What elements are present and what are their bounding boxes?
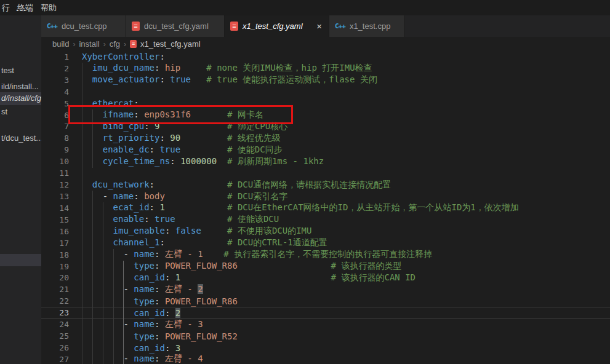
code-line-text[interactable]: - name: 左臂 - 1 # 执行器索引名字，不需要控制的执行器可直接注释掉 [82,249,432,260]
code-line[interactable]: 1XyberController: [41,51,610,63]
tab-x1-test-cfg-yaml[interactable]: ≡x1_test_cfg.yaml× [225,15,329,37]
line-number[interactable]: 27 [41,355,69,364]
code-line[interactable]: 8 rt_priority: 90 # 线程优先级 [41,132,610,144]
sidebar-item[interactable]: test [1,66,14,75]
sidebar-item[interactable]: ild/install... [1,82,39,91]
line-number[interactable]: 5 [41,99,69,108]
line-number[interactable]: 25 [41,331,69,341]
menu-bar: 行终端帮助 [0,2,60,14]
line-number[interactable]: 19 [41,262,69,271]
sidebar-item[interactable]: t/dcu_test... [1,133,41,143]
tab-dcu-test-cfg-yaml[interactable]: ≡dcu_test_cfg.yaml [126,15,225,37]
line-number[interactable]: 2 [41,64,69,73]
code-line[interactable]: 18 - name: 左臂 - 1 # 执行器索引名字，不需要控制的执行器可直接… [41,249,610,261]
breadcrumb: build›install›cfg›≡x1_test_cfg.yaml [41,37,610,51]
code-line[interactable]: 21 - name: 左臂 - 2 [41,283,610,295]
code-line[interactable]: 27 - name: 左臂 - 4 [41,354,610,364]
line-number[interactable]: 15 [41,215,69,224]
code-line-text[interactable]: enable_dc: true # 使能DC同步 [82,144,283,156]
code-line-text[interactable]: can_id: 2 [82,308,180,318]
line-number[interactable]: 6 [41,111,69,120]
code-line-text[interactable]: move_actuator: true # true 使能执行器运动测试，fla… [82,74,377,85]
code-line[interactable]: 25 type: POWER_FLOW_R52 [41,330,610,342]
code-line[interactable]: 12 dcu_network: # DCU通信网络，请根据实机连接情况配置 [41,179,610,191]
code-line[interactable]: 23 can_id: 2 [41,307,610,318]
sidebar-item[interactable]: st [1,107,7,116]
code-line-text[interactable]: can_id: 3 [82,343,180,353]
breadcrumb-item[interactable]: build [52,39,69,49]
tab-label: dcu_test_cfg.yaml [144,22,209,31]
line-number[interactable]: 1 [41,52,69,61]
breadcrumb-item[interactable]: install [79,39,99,49]
side-bar: testild/install...d/install/cfgstt/dcu_t… [0,15,41,364]
code-line-text[interactable]: enable: true # 使能该DCU [82,214,279,225]
title-bar: 行终端帮助 [0,0,610,15]
code-line-text[interactable]: type: POWER_FLOW_R86 # 该执行器的类型 [82,261,401,272]
code-line-text[interactable]: can_id: 1 # 该执行器的CAN ID [82,272,415,283]
code-line-text[interactable]: - name: 左臂 - 2 [82,284,203,295]
line-number[interactable]: 21 [41,285,69,294]
code-line[interactable]: 4 [41,86,610,98]
indent-guide [123,261,124,364]
line-number[interactable]: 23 [41,308,69,317]
yaml-file-icon: ≡ [230,22,238,31]
code-line-text[interactable]: - name: 左臂 - 4 [82,354,203,364]
code-line[interactable]: 2 imu_dcu_name: hip # none 关闭IMU检查，hip 打… [41,63,610,74]
line-number[interactable]: 7 [41,122,69,131]
breadcrumb-item-file[interactable]: x1_test_cfg.yaml [140,39,201,49]
code-line-text[interactable]: - name: body # DCU索引名字 [82,191,287,202]
code-line[interactable]: 24 - name: 左臂 - 3 [41,318,610,330]
line-number[interactable]: 22 [41,296,69,306]
line-number[interactable]: 4 [41,87,69,97]
tab-dcu-test-cpp[interactable]: C++dcu_test.cpp [41,15,126,37]
code-line[interactable]: 15 enable: true # 使能该DCU [41,214,610,226]
code-line-text[interactable]: type: POWER_FLOW_R86 [82,296,238,306]
code-line-text[interactable]: cycle_time_ns: 1000000 # 刷新周期1ms - 1khz [82,156,324,167]
code-line[interactable]: 13 - name: body # DCU索引名字 [41,191,610,202]
line-number[interactable]: 14 [41,204,69,213]
code-line-text[interactable]: type: POWER_FLOW_R52 [82,331,238,341]
code-line[interactable]: 19 type: POWER_FLOW_R86 # 该执行器的类型 [41,261,610,272]
editor-pane[interactable]: 1XyberController:2 imu_dcu_name: hip # n… [41,51,610,364]
code-line-text[interactable]: - name: 左臂 - 3 [82,319,203,330]
line-number[interactable]: 8 [41,133,69,143]
sidebar-selection-bar[interactable] [0,254,41,266]
line-number[interactable]: 12 [41,180,69,189]
line-number[interactable]: 18 [41,250,69,259]
breadcrumb-separator-icon: › [73,40,75,49]
line-number[interactable]: 3 [41,76,69,85]
code-line-text[interactable]: imu_enable: false # 不使用该DCU的IMU [82,226,311,237]
code-line[interactable]: 9 enable_dc: true # 使能DC同步 [41,144,610,156]
line-number[interactable]: 11 [41,168,69,178]
line-number[interactable]: 16 [41,227,69,236]
code-line[interactable]: 10 cycle_time_ns: 1000000 # 刷新周期1ms - 1k… [41,156,610,167]
code-line[interactable]: 20 can_id: 1 # 该执行器的CAN ID [41,272,610,284]
tab-close-icon[interactable]: × [315,22,323,31]
menu-item[interactable]: 帮助 [37,2,60,14]
code-line[interactable]: 14 ecat_id: 1 # DCU在EtherCAT网络中的ID，从主站开始… [41,202,610,214]
code-line-text[interactable]: XyberController: [82,52,165,61]
more-actions-button[interactable]: ··· [16,5,27,15]
sidebar-item[interactable]: d/install/cfg [1,93,41,103]
menu-item[interactable]: 行 [2,2,14,14]
code-line-text[interactable]: rt_priority: 90 # 线程优先级 [82,133,281,144]
code-line[interactable]: 22 type: POWER_FLOW_R86 [41,295,610,307]
code-line[interactable]: 17 channel_1: # DCU的CTRL-1通道配置 [41,237,610,249]
breadcrumb-item[interactable]: cfg [110,39,120,49]
code-line-text[interactable]: channel_1: # DCU的CTRL-1通道配置 [82,237,327,248]
line-number[interactable]: 20 [41,273,69,282]
code-line[interactable]: 11 [41,167,610,179]
code-line-text[interactable]: imu_dcu_name: hip # none 关闭IMU检查，hip 打开I… [82,63,372,74]
code-line-text[interactable]: ecat_id: 1 # DCU在EtherCAT网络中的ID，从主站开始，第一… [82,202,519,213]
code-line-text[interactable]: dcu_network: # DCU通信网络，请根据实机连接情况配置 [82,180,391,191]
line-number[interactable]: 17 [41,239,69,248]
tab-x1-test-cpp[interactable]: C++x1_test.cpp [329,15,405,37]
code-line[interactable]: 26 can_id: 3 [41,342,610,354]
line-number[interactable]: 24 [41,320,69,329]
line-number[interactable]: 9 [41,145,69,154]
code-line[interactable]: 16 imu_enable: false # 不使用该DCU的IMU [41,226,610,237]
line-number[interactable]: 13 [41,192,69,201]
code-line[interactable]: 3 move_actuator: true # true 使能执行器运动测试，f… [41,74,610,86]
line-number[interactable]: 26 [41,343,69,352]
line-number[interactable]: 10 [41,157,69,166]
